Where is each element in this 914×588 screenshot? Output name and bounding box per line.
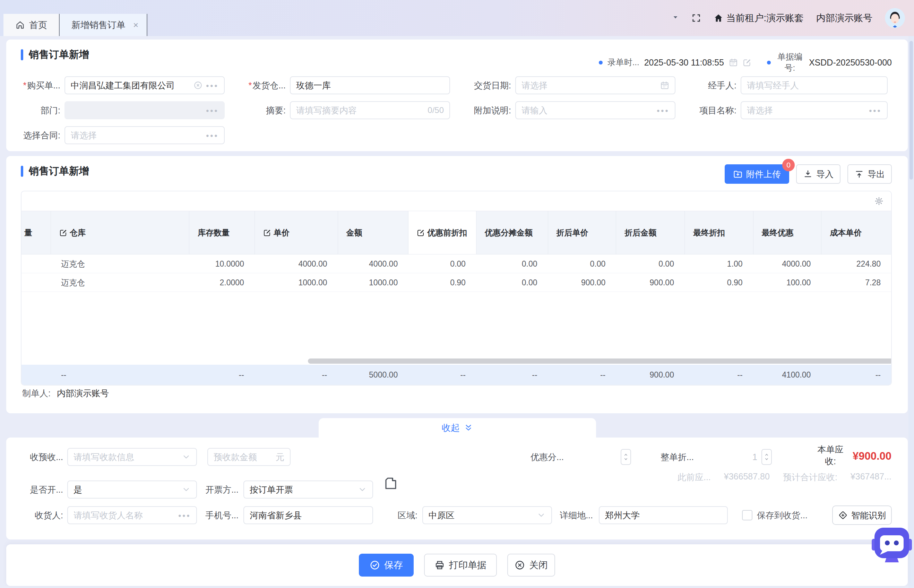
avatar[interactable] bbox=[885, 8, 905, 28]
address-value: 郑州大学 bbox=[605, 510, 640, 521]
tab-close-icon[interactable]: × bbox=[133, 20, 138, 31]
warehouse-value: 玫德一库 bbox=[296, 80, 331, 91]
calendar-icon[interactable] bbox=[660, 81, 669, 90]
settings-gear-icon[interactable] bbox=[874, 197, 883, 205]
dropdown-caret-icon[interactable] bbox=[672, 14, 679, 22]
stepper-down-icon[interactable] bbox=[764, 457, 769, 461]
column-header-discounted-amount[interactable]: 折后金额 bbox=[616, 211, 685, 254]
sum-discounted-amount: 900.00 bbox=[616, 365, 685, 385]
warehouse-label: 发货仓... bbox=[244, 80, 290, 91]
project-placeholder: 请选择 bbox=[747, 105, 773, 116]
collapse-button[interactable]: 收起 bbox=[319, 418, 596, 438]
discount-share-stepper[interactable] bbox=[621, 449, 631, 465]
title-accent-bar bbox=[21, 49, 23, 60]
more-options-icon[interactable]: ●●● bbox=[869, 107, 882, 113]
close-button[interactable]: 关闭 bbox=[507, 554, 555, 577]
region-select[interactable]: 中原区 bbox=[422, 506, 552, 524]
column-header-amount[interactable]: 金额 bbox=[338, 211, 409, 254]
export-icon bbox=[854, 169, 864, 179]
assistant-robot-button[interactable] bbox=[871, 525, 912, 567]
advance-select[interactable]: 请填写收款信息 bbox=[67, 448, 197, 466]
import-icon bbox=[803, 169, 813, 179]
extra-note-label: 附加说明: bbox=[470, 105, 515, 116]
table-hscrollbar-track bbox=[21, 358, 891, 365]
project-input[interactable]: 请选择 ●●● bbox=[741, 101, 888, 119]
advance-amount-placeholder: 预收款金额 bbox=[213, 451, 257, 463]
cell-final-discount: 1.00 bbox=[685, 254, 753, 273]
more-options-icon[interactable]: ●●● bbox=[206, 132, 218, 138]
column-header-pre-discount[interactable]: 优惠前折扣 bbox=[408, 211, 476, 254]
advance-amount-input[interactable]: 预收款金额 元 bbox=[207, 448, 291, 466]
tab-home[interactable]: 首页 bbox=[3, 14, 60, 36]
clear-icon[interactable] bbox=[194, 81, 202, 90]
whole-discount-stepper[interactable] bbox=[761, 449, 772, 465]
edit-time-icon[interactable] bbox=[743, 58, 752, 67]
cell-amount: 1000.00 bbox=[338, 273, 409, 292]
contract-input[interactable]: 请选择 ●●● bbox=[65, 126, 225, 144]
warehouse-input[interactable]: 玫德一库 bbox=[290, 76, 450, 94]
print-label: 打印单据 bbox=[449, 559, 486, 571]
record-time-value: 2025-05-30 11:08:55 bbox=[644, 58, 724, 68]
column-header-unit-price[interactable]: 单价 bbox=[255, 211, 338, 254]
phone-input[interactable]: 河南省新乡县 bbox=[244, 506, 373, 524]
order-fields: 购买单... 中润昌弘建工集团有限公司 ●●● 发货仓... 玫德一库 交货日期… bbox=[19, 73, 908, 148]
print-button[interactable]: 打印单据 bbox=[424, 554, 497, 577]
fullscreen-icon[interactable] bbox=[691, 13, 701, 23]
consignee-input[interactable]: 请填写收货人名称 ●●● bbox=[67, 506, 197, 524]
column-header-discounted-price[interactable]: 折后单价 bbox=[548, 211, 616, 254]
column-header-final-discount[interactable]: 最终折扣 bbox=[685, 211, 753, 254]
delivery-date-input[interactable]: 请选择 bbox=[515, 76, 675, 94]
doc-no-value: XSDD-20250530-000 bbox=[809, 58, 892, 68]
table-hscrollbar-thumb[interactable] bbox=[308, 359, 892, 364]
current-tenant[interactable]: 当前租户:演示账套 bbox=[714, 12, 804, 24]
collapse-label: 收起 bbox=[442, 422, 460, 434]
export-button[interactable]: 导出 bbox=[848, 164, 892, 184]
column-header-warehouse[interactable]: 仓库 bbox=[51, 211, 189, 254]
more-options-icon[interactable]: ●●● bbox=[657, 107, 669, 113]
record-time-label: 录单时... bbox=[607, 57, 639, 68]
whole-discount-value[interactable]: 1 bbox=[740, 448, 757, 466]
calendar-icon[interactable] bbox=[729, 58, 738, 67]
column-header-clipped[interactable]: 量 bbox=[21, 211, 51, 254]
title-accent-bar bbox=[21, 166, 23, 177]
invoice-method-select[interactable]: 按订单开票 bbox=[244, 481, 373, 499]
extra-note-input[interactable]: 请输入 ●●● bbox=[515, 101, 675, 119]
summary-input[interactable]: 请填写摘要内容 0/50 bbox=[290, 101, 450, 119]
stepper-up-icon[interactable] bbox=[623, 453, 628, 457]
table-row[interactable]: 迈克仓 10.0000 4000.00 4000.00 0.00 0.00 0.… bbox=[21, 254, 891, 273]
tab-new-sales-order[interactable]: 新增销售订单 × bbox=[60, 14, 147, 36]
stepper-down-icon[interactable] bbox=[623, 457, 628, 461]
account-name[interactable]: 内部演示账号 bbox=[816, 12, 872, 24]
edit-icon bbox=[59, 228, 68, 237]
save-button[interactable]: 保存 bbox=[359, 554, 413, 577]
folder-icon[interactable] bbox=[383, 477, 398, 491]
edit-icon bbox=[263, 228, 271, 237]
sum-final-discount: -- bbox=[685, 365, 753, 385]
buyer-input[interactable]: 中润昌弘建工集团有限公司 ●●● bbox=[65, 76, 225, 94]
import-button[interactable]: 导入 bbox=[796, 164, 840, 184]
column-header-final-benefit[interactable]: 最终优惠 bbox=[753, 211, 822, 254]
tab-new-sales-order-label: 新增销售订单 bbox=[71, 19, 126, 31]
table-row[interactable]: 迈克仓 2.0000 1000.00 1000.00 0.90 0.00 900… bbox=[21, 273, 891, 292]
more-options-icon[interactable]: ●●● bbox=[206, 107, 218, 113]
handler-input[interactable]: 请填写经手人 bbox=[741, 76, 888, 94]
save-to-address-checkbox[interactable] bbox=[742, 510, 753, 520]
invoice-select[interactable]: 是 bbox=[67, 481, 197, 499]
address-input[interactable]: 郑州大学 bbox=[599, 506, 728, 524]
column-header-stock-qty[interactable]: 库存数量 bbox=[189, 211, 255, 254]
page-scrollbar-thumb[interactable] bbox=[909, 41, 913, 179]
region-label: 区域: bbox=[395, 506, 417, 524]
check-circle-icon bbox=[370, 560, 380, 570]
more-options-icon[interactable]: ●●● bbox=[206, 82, 218, 89]
department-field: 部门: ●●● bbox=[19, 98, 244, 123]
stepper-up-icon[interactable] bbox=[764, 453, 769, 457]
smart-recognition-button[interactable]: 智能识别 bbox=[832, 506, 892, 525]
upload-count-badge: 0 bbox=[782, 159, 795, 171]
more-options-icon[interactable]: ●●● bbox=[178, 512, 191, 518]
attachment-upload-button[interactable]: 附件上传 0 bbox=[725, 164, 789, 184]
column-header-cost-price[interactable]: 成本单价 bbox=[821, 211, 891, 254]
table-empty-area bbox=[21, 292, 891, 358]
advance-placeholder: 请填写收款信息 bbox=[74, 451, 134, 463]
department-input[interactable]: ●●● bbox=[65, 101, 225, 119]
column-header-discount-share[interactable]: 优惠分摊金额 bbox=[476, 211, 548, 254]
